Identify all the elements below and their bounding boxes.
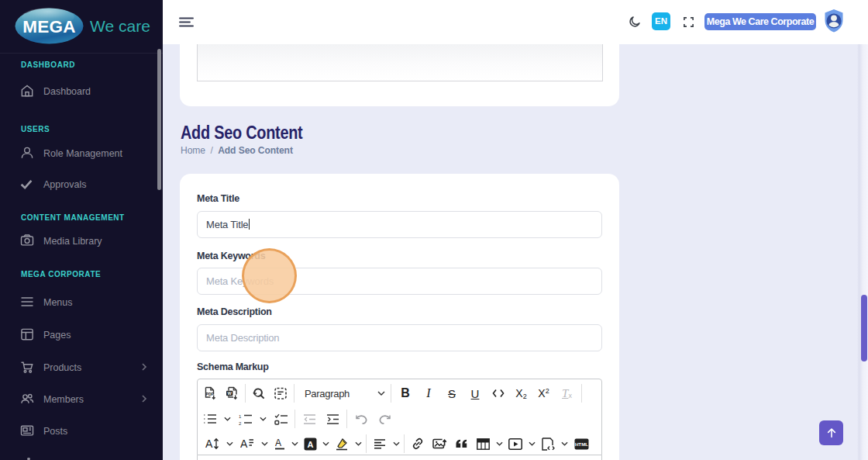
svg-text:We care: We care [90, 17, 150, 35]
svg-text:A: A [205, 438, 213, 450]
svg-text:W: W [228, 391, 232, 396]
svg-text:A: A [240, 438, 248, 450]
svg-text:A: A [307, 439, 313, 448]
svg-text:PDF: PDF [206, 392, 214, 396]
svg-text:A: A [275, 438, 281, 448]
svg-text:HTML: HTML [574, 441, 587, 447]
svg-text:MEGA: MEGA [22, 17, 75, 36]
svg-text:2: 2 [239, 421, 242, 425]
svg-text:1: 1 [239, 413, 242, 418]
